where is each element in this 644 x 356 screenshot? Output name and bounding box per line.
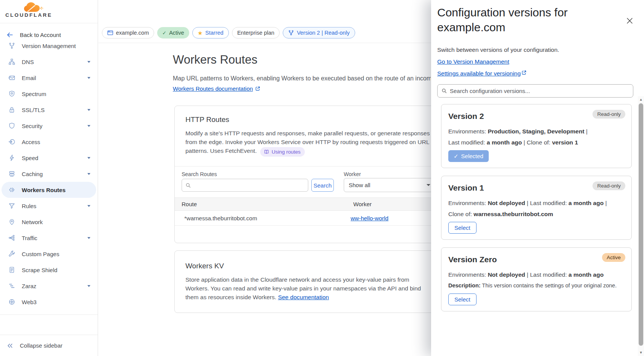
sidebar-item-custom-pages[interactable]: Custom Pages — [0, 246, 98, 262]
workers-routes-doc-link-text[interactable]: Workers Routes documentation — [173, 85, 253, 92]
workers-routes-doc-link[interactable]: Workers Routes documentation — [173, 85, 260, 92]
close-drawer-button[interactable] — [624, 15, 635, 26]
sidebar-item-rules[interactable]: Rules — [0, 198, 98, 214]
dns-icon — [8, 58, 15, 65]
collapse-sidebar-button[interactable]: Collapse sidebar — [0, 335, 98, 356]
workers-kv-description: Store application data in the Cloudflare… — [185, 275, 433, 301]
sidebar-item-caching[interactable]: Caching — [0, 166, 98, 182]
zone-version-label: Version 2 | Read-only — [297, 30, 349, 36]
sidebar-item-dns[interactable]: DNS — [0, 54, 98, 70]
sidebar-item-web3[interactable]: Web3 — [0, 294, 98, 310]
search-routes-label: Search Routes — [182, 171, 217, 177]
see-documentation-link[interactable]: See documentation — [278, 294, 329, 300]
select-button[interactable]: Select — [448, 222, 477, 234]
version-name: Version 2 — [448, 112, 484, 121]
settings-available-versioning-label[interactable]: Settings available for versioning — [437, 70, 521, 77]
select-button[interactable]: Select — [448, 293, 477, 305]
sidebar-item-label: Speed — [22, 155, 87, 161]
chevron-down-icon — [87, 157, 90, 159]
worker-cell: ww-hello-world — [351, 215, 388, 221]
chevron-down-icon — [87, 77, 90, 79]
sidebar-item-label: Scrape Shield — [22, 267, 92, 273]
scrollbar-thumb[interactable] — [639, 103, 643, 346]
selected-button[interactable]: ✓Selected — [448, 150, 489, 162]
worker-filter-select[interactable]: Show all — [344, 178, 435, 192]
search-routes-input[interactable] — [193, 182, 304, 189]
cloudflare-cloud-icon — [23, 2, 52, 13]
sidebar-item-workers-routes[interactable]: Workers Routes — [2, 182, 96, 198]
drawer-scrollbar[interactable]: ▲ ▼ — [638, 96, 644, 356]
doc-icon — [8, 266, 15, 273]
zone-domain: example.com — [116, 30, 149, 36]
status-badge: Read-only — [592, 181, 625, 190]
sidebar-item-network[interactable]: Network — [0, 214, 98, 230]
zone-domain-badge[interactable]: example.com — [102, 27, 154, 38]
version-meta-line: Last modified: a month ago | Clone of: v… — [448, 137, 626, 148]
go-to-version-management-link[interactable]: Go to Version Management — [437, 58, 509, 65]
zone-starred-badge[interactable]: ★ Starred — [192, 27, 229, 38]
search-routes-button[interactable]: Search — [311, 179, 334, 192]
configuration-versions-search-input[interactable] — [450, 88, 629, 94]
chevron-down-icon — [87, 109, 90, 111]
workers-icon — [8, 186, 15, 193]
sidebar-item-label: Zaraz — [22, 283, 87, 289]
sidebar-item-security[interactable]: Security — [0, 118, 98, 134]
chevron-down-icon — [87, 285, 90, 287]
worker-filter-value: Show all — [349, 182, 370, 188]
settings-available-versioning-link[interactable]: Settings available for versioning — [437, 70, 526, 77]
worker-link[interactable]: ww-hello-world — [351, 215, 388, 221]
zone-active-label: Active — [169, 30, 184, 36]
close-icon — [626, 17, 634, 25]
column-header-route: Route — [175, 201, 353, 207]
sidebar-item-scrape-shield[interactable]: Scrape Shield — [0, 262, 98, 278]
sidebar-item-label: Access — [22, 139, 92, 145]
sidebar-item-zaraz[interactable]: Zaraz — [0, 278, 98, 294]
sidebar-item-spectrum[interactable]: Spectrum — [0, 86, 98, 102]
zone-version-badge[interactable]: Version 2 | Read-only — [283, 27, 355, 38]
version-name: Version Zero — [448, 255, 497, 264]
column-header-worker: Worker — [353, 201, 372, 207]
cloudflare-logo: CLOUDFLARE — [5, 2, 52, 18]
cloudflare-dashboard: { "brand": { "wordmark": "CLOUDFLARE" },… — [0, 0, 644, 356]
route-cell: *warnessa.theburritobot.com — [175, 215, 351, 221]
scroll-up-arrow-icon[interactable]: ▲ — [638, 97, 644, 102]
chevron-down-icon — [87, 205, 90, 207]
worker-filter-label: Worker — [344, 171, 361, 177]
filter-icon — [8, 202, 15, 209]
sidebar-item-traffic[interactable]: Traffic — [0, 230, 98, 246]
sidebar-nav: Version ManagementDNSEmailSpectrumSSL/TL… — [0, 38, 98, 310]
sidebar-item-email[interactable]: Email — [0, 70, 98, 86]
double-chevron-left-icon — [6, 342, 13, 349]
star-icon: ★ — [198, 30, 203, 36]
branch-icon — [8, 42, 15, 49]
version-action: Select — [448, 293, 477, 305]
sidebar-item-label: DNS — [22, 59, 87, 65]
sidebar: CLOUDFLARE Back to Account Version Manag… — [0, 0, 98, 356]
cloudflare-wordmark: CLOUDFLARE — [5, 12, 52, 18]
using-routes-badge: Using routes — [260, 147, 305, 157]
configuration-versions-search — [437, 84, 633, 98]
sidebar-item-label: Spectrum — [22, 91, 92, 97]
http-routes-description: Modify a site’s HTTP requests and respon… — [185, 129, 442, 157]
status-badge: Active — [602, 253, 625, 262]
zaraz-icon — [8, 282, 15, 289]
sidebar-item-speed[interactable]: Speed — [0, 150, 98, 166]
zone-active-badge: ✓ Active — [157, 27, 189, 38]
external-link-icon — [255, 86, 260, 91]
sidebar-divider — [0, 314, 98, 315]
check-icon: ✓ — [162, 30, 166, 36]
go-to-version-management-label[interactable]: Go to Version Management — [437, 58, 509, 65]
browser-window-icon — [107, 30, 113, 36]
sidebar-item-access[interactable]: Access — [0, 134, 98, 150]
search-icon — [185, 183, 191, 188]
sidebar-item-version-management[interactable]: Version Management — [0, 38, 98, 54]
bolt-icon — [8, 154, 15, 161]
scroll-down-arrow-icon[interactable]: ▼ — [638, 350, 644, 355]
wrench-icon — [8, 250, 15, 257]
drawer-title: Configuration versions for example.com — [437, 5, 605, 35]
configuration-versions-drawer: Configuration versions for example.com S… — [431, 0, 644, 356]
spectrum-icon — [8, 90, 15, 97]
version-meta-line: Description: This version contains the s… — [448, 280, 626, 291]
sidebar-item-ssl-tls[interactable]: SSL/TLS — [0, 102, 98, 118]
sidebar-divider — [0, 23, 98, 23]
